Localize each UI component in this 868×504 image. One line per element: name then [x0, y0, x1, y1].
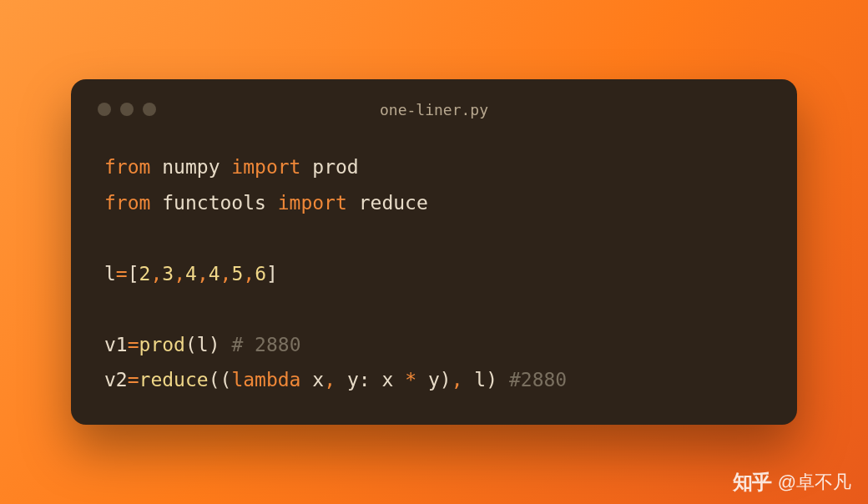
close-dot[interactable]: [98, 103, 111, 116]
paren-close: ): [486, 369, 497, 391]
paren-open: (: [185, 334, 197, 355]
comma: ,: [452, 369, 463, 391]
number: 6: [255, 263, 266, 285]
function-call: prod: [139, 334, 185, 355]
variable: x: [381, 369, 393, 391]
number: 5: [231, 263, 243, 285]
variable: l: [104, 263, 116, 285]
paren-open: (: [220, 369, 232, 391]
module-name: functools: [162, 192, 266, 214]
watermark-author: @卓不凡: [778, 470, 851, 495]
bracket-open: [: [128, 263, 139, 285]
param: x: [312, 369, 324, 391]
keyword-lambda: lambda: [231, 369, 300, 391]
import-name: reduce: [359, 192, 428, 214]
comma: ,: [197, 263, 209, 285]
keyword-import: import: [278, 192, 347, 214]
number: 3: [162, 263, 174, 285]
variable: v2: [104, 369, 128, 391]
paren-close: ): [440, 369, 452, 391]
keyword-import: import: [231, 156, 300, 178]
watermark: 知乎 @卓不凡: [733, 469, 851, 496]
window-titlebar: one-liner.py: [98, 103, 770, 116]
operator-assign: =: [128, 334, 139, 355]
bracket-close: ]: [266, 263, 278, 285]
variable: y: [428, 369, 440, 391]
code-block: from numpy import prod from functools im…: [98, 149, 770, 398]
paren-open: (: [209, 369, 220, 391]
comma: ,: [243, 263, 255, 285]
operator-assign: =: [128, 369, 139, 391]
comment: # 2880: [231, 334, 300, 355]
variable: l: [197, 334, 209, 355]
comma: ,: [220, 263, 232, 285]
maximize-dot[interactable]: [143, 103, 156, 116]
operator-assign: =: [116, 263, 128, 285]
import-name: prod: [312, 156, 358, 178]
operator-mul: *: [405, 369, 416, 391]
comma: ,: [324, 369, 336, 391]
variable: l: [474, 369, 486, 391]
param: y: [347, 369, 359, 391]
minimize-dot[interactable]: [120, 103, 134, 116]
paren-close: ): [209, 334, 220, 355]
variable: v1: [104, 334, 128, 355]
zhihu-logo: 知乎: [733, 469, 771, 496]
code-window: one-liner.py from numpy import prod from…: [71, 79, 797, 425]
comma: ,: [174, 263, 185, 285]
number: 4: [209, 263, 220, 285]
filename-label: one-liner.py: [380, 101, 488, 118]
number: 4: [185, 263, 197, 285]
module-name: numpy: [162, 156, 220, 178]
number: 2: [139, 263, 151, 285]
keyword-from: from: [104, 156, 150, 178]
keyword-from: from: [104, 192, 150, 214]
comment: #2880: [509, 369, 567, 391]
comma: ,: [150, 263, 162, 285]
function-call: reduce: [139, 369, 209, 391]
window-controls: [98, 103, 156, 116]
colon: :: [359, 369, 371, 391]
